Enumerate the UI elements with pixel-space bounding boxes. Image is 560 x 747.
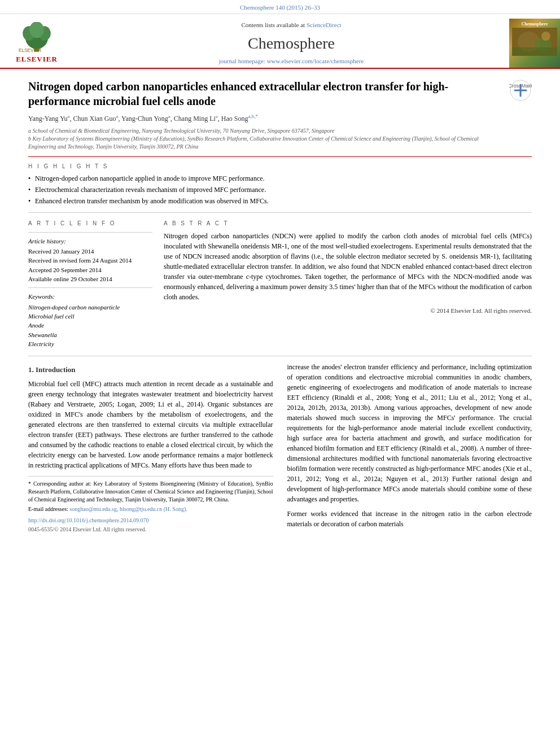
highlight-item-2: Electrochemical characterization reveals… <box>28 185 532 195</box>
highlights-list: Nitrogen-doped carbon nanoparticle appli… <box>28 174 532 206</box>
intro-para-3: Former works evidenced that increase in … <box>287 509 532 529</box>
footnote-email: E-mail addresses: songhao@ntu.edu.sg, hl… <box>28 505 273 513</box>
highlight-item-3: Enhanced electron transfer mechanism by … <box>28 196 532 206</box>
divider-2 <box>28 287 152 288</box>
journal-name: Chemosphere <box>248 32 335 54</box>
svg-point-10 <box>541 32 550 41</box>
cover-image-area: Chemosphere <box>509 19 560 68</box>
crossmark-logo: CrossMark <box>509 79 532 102</box>
cover-title: Chemosphere <box>522 21 548 27</box>
keyword-4: Shewanella <box>28 331 152 339</box>
article-title-text: Nitrogen doped carbon nanoparticles enha… <box>28 79 501 151</box>
keyword-2: Microbial fuel cell <box>28 312 152 321</box>
sciencedirect-link[interactable]: ScienceDirect <box>307 21 342 28</box>
elsevier-logo-area: ELSEVIER ELSEVIER <box>0 19 73 68</box>
highlight-item-1: Nitrogen-doped carbon nanoparticle appli… <box>28 174 532 184</box>
keywords-title: Keywords: <box>28 292 152 301</box>
keyword-5: Electricity <box>28 340 152 348</box>
volume-text: Chemosphere 140 (2015) 26–33 <box>240 4 320 11</box>
sciencedirect-label: Contents lists available at ScienceDirec… <box>241 21 341 29</box>
svg-rect-9 <box>512 47 557 56</box>
cover-image: Chemosphere <box>509 19 560 68</box>
affiliations: a School of Chemical & Biomedical Engine… <box>28 127 501 151</box>
intro-text-3: Former works evidenced that increase in … <box>287 510 532 528</box>
elsevier-tree-icon: ELSEVIER <box>14 22 59 53</box>
author-chunxianguo: Chun Xian Guo <box>73 115 116 123</box>
two-col-body: 1. Introduction Microbial fuel cell (MFC… <box>28 362 532 534</box>
page: Chemosphere 140 (2015) 26–33 ELSEVIER EL… <box>0 0 560 747</box>
elsevier-logo: ELSEVIER ELSEVIER <box>14 22 59 64</box>
journal-url: journal homepage: www.elsevier.com/locat… <box>219 57 364 65</box>
svg-point-4 <box>29 22 44 38</box>
journal-url-link[interactable]: www.elsevier.com/locate/chemosphere <box>267 58 364 64</box>
affiliation-a: a School of Chemical & Biomedical Engine… <box>28 127 501 135</box>
intro-text-2: increase the anodes' electron transfer e… <box>287 363 532 503</box>
author-yangyangyu: Yang-Yang Yu <box>28 115 67 123</box>
copyright: © 2014 Elsevier Ltd. All rights reserved… <box>164 307 532 315</box>
abstract-body: Nitrogen doped carbon nanoparticles (NDC… <box>164 232 532 301</box>
doi-link[interactable]: http://dx.doi.org/10.1016/j.chemosphere.… <box>28 517 273 525</box>
accepted-date: Accepted 20 September 2014 <box>28 266 152 274</box>
abstract-text: Nitrogen doped carbon nanoparticles (NDC… <box>164 231 532 302</box>
article-info-col: A R T I C L E I N F O Article history: R… <box>28 220 152 350</box>
author-changmingli: Chang Ming Li <box>174 115 216 123</box>
authors: Yang-Yang Yua, Chun Xian Guoa, Yang-Chun… <box>28 113 501 124</box>
article-title-section: Nitrogen doped carbon nanoparticles enha… <box>28 69 532 157</box>
revised-date: Received in revised form 24 August 2014 <box>28 256 152 264</box>
email-label: E-mail addresses: <box>28 506 68 512</box>
email-addresses: songhao@ntu.edu.sg, hlsong@tju.edu.cn (H… <box>69 506 187 512</box>
svg-text:ELSEVIER: ELSEVIER <box>19 48 41 53</box>
divider-1 <box>28 232 152 233</box>
available-date: Available online 29 October 2014 <box>28 275 152 283</box>
received-date: Received 20 January 2014 <box>28 247 152 255</box>
author-yangchunyong: Yang-Chun Yong <box>121 115 168 123</box>
abstract-label: A B S T R A C T <box>164 220 532 228</box>
highlights-label: H I G H L I G H T S <box>28 163 532 171</box>
elsevier-wordmark: ELSEVIER <box>16 54 58 64</box>
cover-illustration <box>512 28 557 56</box>
body-content: 1. Introduction Microbial fuel cell (MFC… <box>28 356 532 539</box>
keyword-3: Anode <box>28 321 152 330</box>
intro-text-1: Microbial fuel cell (MFC) attracts much … <box>28 380 273 469</box>
affiliation-b: b Key Laboratory of Systems Bioengineeri… <box>28 135 501 151</box>
article-info-abstract: A R T I C L E I N F O Article history: R… <box>28 213 532 356</box>
author-haosong: Hao Song <box>221 115 248 123</box>
body-col-right: increase the anodes' electron transfer e… <box>287 362 532 534</box>
intro-para-2: increase the anodes' electron transfer e… <box>287 362 532 504</box>
volume-bar: Chemosphere 140 (2015) 26–33 <box>0 0 560 14</box>
article-title: Nitrogen doped carbon nanoparticles enha… <box>28 79 501 108</box>
journal-title-area: Contents lists available at ScienceDirec… <box>73 19 509 68</box>
body-col-left: 1. Introduction Microbial fuel cell (MFC… <box>28 362 273 534</box>
issn-copy: 0045-6535/© 2014 Elsevier Ltd. All right… <box>28 526 273 534</box>
intro-para-1: Microbial fuel cell (MFC) attracts much … <box>28 379 273 470</box>
abstract-col: A B S T R A C T Nitrogen doped carbon na… <box>164 220 532 350</box>
journal-header: ELSEVIER ELSEVIER Contents lists availab… <box>0 14 560 69</box>
intro-heading: 1. Introduction <box>28 364 273 375</box>
highlights-section: H I G H L I G H T S Nitrogen-doped carbo… <box>28 157 532 212</box>
history-title: Article history: <box>28 237 152 246</box>
article-info-label: A R T I C L E I N F O <box>28 220 152 228</box>
main-content: Nitrogen doped carbon nanoparticles enha… <box>0 69 560 539</box>
footnote-corresponding: * Corresponding author at: Key Laborator… <box>28 480 273 504</box>
footnotes: * Corresponding author at: Key Laborator… <box>28 476 273 534</box>
keyword-1: Nitrogen-doped carbon nanoparticle <box>28 303 152 312</box>
